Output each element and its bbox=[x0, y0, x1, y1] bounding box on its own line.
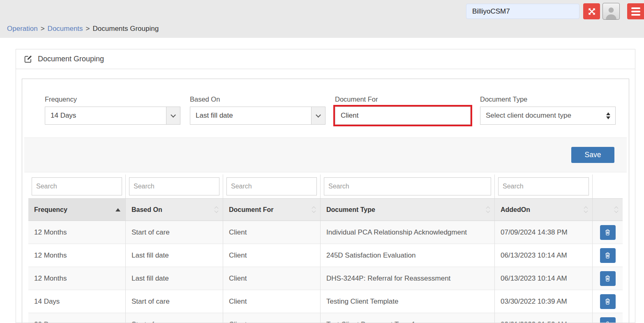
search-frequency-input[interactable] bbox=[32, 177, 122, 195]
sort-asc-icon bbox=[115, 208, 120, 211]
cell-document-type: Testing Client Template bbox=[321, 290, 495, 313]
sort-both-icon bbox=[487, 207, 489, 212]
cell-document-for: Client bbox=[223, 221, 321, 244]
cell-based-on: Last fill date bbox=[126, 244, 223, 267]
based-on-select[interactable]: Last fill date bbox=[190, 107, 325, 125]
delete-button[interactable] bbox=[600, 294, 616, 309]
table-row: 12 Months Last fill date Client 245D Sat… bbox=[28, 244, 623, 267]
header-document-type[interactable]: Document Type bbox=[321, 199, 495, 221]
header-based-on-label: Based On bbox=[132, 206, 162, 214]
frequency-field: Frequency 14 Days bbox=[45, 95, 180, 125]
delete-button[interactable] bbox=[600, 248, 616, 263]
cell-added-on: 06/13/2023 10:14 AM bbox=[495, 267, 593, 290]
table-row: 12 Months Last fill date Client DHS-3244… bbox=[28, 267, 623, 290]
cell-document-type: Individual PCA Relationship Acknowledgme… bbox=[321, 221, 495, 244]
based-on-value: Last fill date bbox=[190, 112, 311, 120]
cell-added-on: 03/30/2022 10:39 AM bbox=[495, 290, 593, 313]
expand-button[interactable] bbox=[583, 3, 600, 19]
avatar[interactable] bbox=[602, 3, 620, 20]
cell-based-on: Start of care bbox=[126, 313, 223, 323]
search-document-for-input[interactable] bbox=[226, 177, 317, 195]
header-based-on[interactable]: Based On bbox=[126, 199, 223, 221]
document-for-value: Client bbox=[335, 112, 470, 120]
frequency-select[interactable]: 14 Days bbox=[45, 107, 180, 125]
delete-button[interactable] bbox=[600, 225, 616, 240]
cell-based-on: Start of care bbox=[126, 221, 223, 244]
chevron-down-icon bbox=[311, 107, 325, 124]
cell-frequency: 12 Months bbox=[28, 244, 126, 267]
search-action-spacer bbox=[593, 174, 623, 198]
user-silhouette-icon bbox=[604, 5, 619, 19]
breadcrumb-separator: > bbox=[86, 25, 90, 33]
cell-document-for: Client bbox=[223, 267, 321, 290]
cell-document-type: 245D Satisfaction Evaluation bbox=[321, 244, 495, 267]
cell-added-on: 03/21/2023 01:52 AM bbox=[495, 313, 593, 323]
inner-panel: Frequency 14 Days Based On Last fill dat… bbox=[22, 79, 629, 323]
header-document-for[interactable]: Document For bbox=[223, 199, 321, 221]
document-type-value: Select client document type bbox=[480, 112, 606, 120]
cell-action bbox=[593, 267, 623, 290]
sort-both-icon bbox=[615, 207, 618, 212]
cell-document-for: Client bbox=[223, 290, 321, 313]
delete-button[interactable] bbox=[600, 271, 616, 286]
cell-document-type: DHS-3244P: Referral for Reassessment bbox=[321, 267, 495, 290]
frequency-label: Frequency bbox=[45, 95, 180, 103]
header-frequency[interactable]: Frequency bbox=[28, 199, 126, 221]
header-action[interactable] bbox=[593, 199, 623, 221]
cell-document-for: Client bbox=[223, 313, 321, 323]
based-on-field: Based On Last fill date bbox=[190, 95, 325, 125]
save-band: Save bbox=[24, 137, 627, 172]
cell-frequency: 12 Months bbox=[28, 221, 126, 244]
cell-document-type: Test Client Document Type 1 bbox=[321, 313, 495, 323]
header-added-on-label: AddedOn bbox=[501, 206, 530, 214]
document-grouping-card: Document Grouping Frequency 14 Days Base… bbox=[16, 49, 635, 323]
hamburger-icon bbox=[631, 6, 640, 17]
cell-added-on: 07/09/2024 14:38 PM bbox=[495, 221, 593, 244]
header-frequency-label: Frequency bbox=[34, 206, 67, 214]
cell-frequency: 20 Days bbox=[28, 313, 126, 323]
header-added-on[interactable]: AddedOn bbox=[495, 199, 593, 221]
breadcrumb-documents[interactable]: Documents bbox=[48, 25, 83, 33]
menu-button[interactable] bbox=[627, 3, 644, 19]
card-header: Document Grouping bbox=[16, 49, 635, 69]
based-on-label: Based On bbox=[190, 95, 325, 103]
document-type-field: Document Type Select client document typ… bbox=[480, 95, 616, 125]
up-down-arrows-icon bbox=[606, 112, 610, 119]
grouping-form: Frequency 14 Days Based On Last fill dat… bbox=[22, 79, 629, 125]
frequency-value: 14 Days bbox=[45, 112, 166, 120]
trash-icon bbox=[604, 275, 611, 282]
cell-based-on: Last fill date bbox=[126, 267, 223, 290]
search-document-type-input[interactable] bbox=[324, 177, 491, 195]
cell-frequency: 12 Months bbox=[28, 267, 126, 290]
trash-icon bbox=[604, 321, 611, 323]
table-row: 14 Days Start of care Client Testing Cli… bbox=[28, 290, 623, 313]
table-row: 12 Months Start of care Client Individua… bbox=[28, 221, 623, 244]
header-document-for-label: Document For bbox=[229, 206, 273, 214]
cell-document-for: Client bbox=[223, 244, 321, 267]
search-based-on-input[interactable] bbox=[129, 177, 219, 195]
table-row: 20 Days Start of care Client Test Client… bbox=[28, 313, 623, 323]
cell-action bbox=[593, 290, 623, 313]
breadcrumb: Operation > Documents > Documents Groupi… bbox=[0, 23, 644, 38]
search-added-on-input[interactable] bbox=[498, 177, 589, 195]
document-type-select[interactable]: Select client document type bbox=[480, 107, 616, 125]
cell-added-on: 06/13/2023 10:14 AM bbox=[495, 244, 593, 267]
sort-both-icon bbox=[584, 207, 587, 212]
table-header-row: Frequency Based On Document For Document… bbox=[28, 198, 623, 221]
header-document-type-label: Document Type bbox=[326, 206, 375, 214]
breadcrumb-separator: > bbox=[41, 25, 45, 33]
cell-based-on: Start of care bbox=[126, 290, 223, 313]
account-name-input[interactable] bbox=[466, 4, 579, 19]
breadcrumb-operation[interactable]: Operation bbox=[7, 25, 38, 33]
trash-icon bbox=[604, 252, 611, 259]
delete-button[interactable] bbox=[600, 317, 616, 323]
cell-action bbox=[593, 221, 623, 244]
document-for-field: Document For Client bbox=[335, 95, 471, 125]
sort-both-icon bbox=[312, 207, 315, 212]
topbar bbox=[0, 0, 644, 23]
document-for-select[interactable]: Client bbox=[335, 107, 471, 125]
chevron-down-icon bbox=[166, 107, 180, 124]
edit-pencil-icon bbox=[24, 55, 32, 63]
save-button[interactable]: Save bbox=[571, 147, 614, 163]
expand-arrows-icon bbox=[587, 7, 596, 16]
